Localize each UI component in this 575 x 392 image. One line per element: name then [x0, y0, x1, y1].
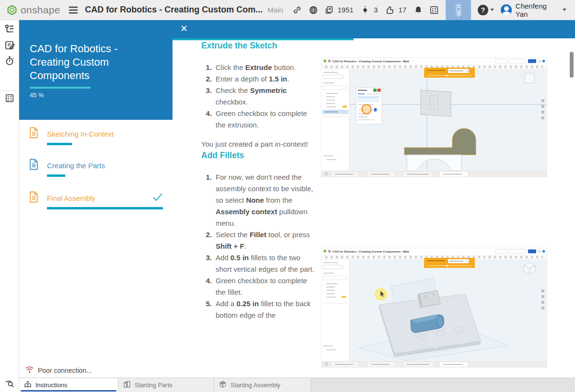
tab-starting-assembly[interactable]: Starting Assembly: [214, 378, 311, 392]
tutorial-progress-label: 45 %: [30, 92, 44, 99]
preview-search-icon[interactable]: [4, 378, 15, 390]
svg-text:CAD for Robotics - Creating Cu: CAD for Robotics - Creating Custom Compo…: [333, 250, 409, 253]
completed-check-icon: [152, 193, 163, 203]
instructions-content: Extrude the Sketch Click the Extrude but…: [172, 40, 575, 378]
tutorial-title: CAD for Robotics - Creating Custom Compo…: [30, 42, 154, 82]
nav-item-progress: [47, 174, 65, 177]
section-heading-extrude: Extrude the Sketch: [201, 40, 318, 51]
lesson-doc-icon: [29, 158, 39, 173]
user-avatar[interactable]: [501, 4, 512, 16]
copies-count: 1951: [337, 6, 353, 14]
nav-item-final-assembly[interactable]: Final Assembly: [19, 191, 172, 209]
versions-count: 3: [374, 6, 378, 14]
tutorial-step: For now, we don't need the assembly cont…: [201, 172, 318, 229]
user-name: Chenfeng Yan: [516, 2, 559, 18]
instructions-tab-icon: [24, 380, 32, 390]
onshape-logo-icon: [7, 5, 17, 15]
assembly-tab-icon: [219, 380, 227, 390]
shot-context-banner: [424, 258, 475, 268]
nav-item-label: Creating the Parts: [47, 161, 105, 170]
tutorial-step: Select the Fillet tool, or press Shift +…: [201, 229, 318, 252]
document-title: CAD for Robotics - Creating Custom Com..…: [85, 5, 263, 15]
nav-item-sketching-in-context[interactable]: Sketching In-Context: [19, 127, 172, 145]
shot-bottom-tabs: [322, 171, 547, 177]
fillet-steps-list: For now, we don't need the assembly cont…: [201, 172, 318, 321]
shot-context-banner: [424, 68, 475, 78]
like-icon[interactable]: [384, 5, 395, 15]
top-bar-right: Main 1951 3 17: [267, 0, 568, 20]
link-icon[interactable]: [292, 5, 302, 15]
help-icon[interactable]: ?: [478, 5, 488, 15]
document-tab-bar: Instructions Starting Parts Starting Ass…: [19, 378, 575, 392]
timer-icon[interactable]: [4, 55, 15, 67]
shot-transparent-part: [421, 90, 451, 116]
vertical-scrollbar-thumb[interactable]: [570, 52, 574, 78]
tutorial-screenshot-extrude: CAD for Robotics - Creating Custom Compo…: [321, 58, 547, 177]
nav-item-progress: [47, 207, 163, 209]
svg-text:CAD for Robotics - Creating Cu: CAD for Robotics - Creating Custom Compo…: [333, 60, 409, 63]
workspace-label[interactable]: Main: [267, 6, 283, 14]
part-studio-tab-icon: [123, 380, 131, 390]
user-menu-caret-icon[interactable]: [563, 9, 566, 11]
help-caret-icon[interactable]: [490, 9, 494, 11]
tab-label: Starting Parts: [135, 381, 172, 389]
connection-status-text: Poor connection...: [38, 367, 92, 374]
tutorial-step: Enter a depth of 1.5 in.: [201, 73, 318, 85]
poor-connection-icon: [25, 365, 34, 375]
onshape-logo-text: onshape: [21, 4, 60, 16]
notes-edit-icon[interactable]: [4, 39, 15, 51]
top-bar: onshape CAD for Robotics - Creating Cust…: [0, 0, 575, 20]
tutorial-step: Click the Extrude button.: [201, 62, 318, 73]
tutorial-step: Add a 0.25 in fillet to the back bottom …: [201, 298, 318, 321]
lesson-doc-icon: [29, 127, 39, 141]
copies-icon[interactable]: [324, 5, 334, 15]
extrude-steps-list: Click the Extrude button.Enter a depth o…: [201, 62, 318, 131]
tutorial-screenshot-fillet: CAD for Robotics - Creating Custom Compo…: [321, 248, 547, 368]
shot-cursor-highlight: [375, 288, 387, 300]
hamburger-menu-icon[interactable]: [68, 5, 79, 15]
tab-instructions[interactable]: Instructions: [19, 378, 118, 392]
content-header-bar: ✕: [172, 20, 575, 38]
notifications-bell-icon[interactable]: [413, 5, 423, 15]
nav-item-label: Sketching In-Context: [47, 130, 114, 138]
lesson-doc-icon: [29, 191, 39, 205]
share-button[interactable]: 共享: [446, 0, 471, 20]
checklist-icon[interactable]: [429, 5, 439, 15]
tutorial-step: Check the Symmetric checkbox.: [201, 85, 318, 108]
tasks-checklist-icon[interactable]: [4, 92, 15, 104]
shot-feature-tree: [322, 260, 349, 361]
tab-label: Instructions: [35, 381, 67, 389]
shot-extrude-dialog: [356, 88, 382, 124]
close-icon[interactable]: ✕: [180, 23, 188, 34]
app-window: onshape CAD for Robotics - Creating Cust…: [0, 0, 575, 392]
instructions-text-column: Extrude the Sketch Click the Extrude but…: [201, 40, 318, 321]
tutorial-step: Green checkbox to complete the extrusion…: [201, 108, 318, 131]
tab-starting-parts[interactable]: Starting Parts: [118, 378, 214, 392]
tutorial-panel: CAD for Robotics - Creating Custom Compo…: [19, 20, 172, 120]
nav-item-label: Final Assembly: [47, 194, 95, 202]
shot-bottom-tabs: [322, 361, 547, 367]
likes-count: 17: [398, 6, 406, 14]
left-icon-strip: [0, 20, 19, 392]
outline-tree-icon[interactable]: [4, 23, 15, 35]
strip-divider: [0, 90, 19, 91]
tutorial-progress-bar: [30, 87, 91, 89]
connection-status: Poor connection...: [25, 365, 92, 375]
globe-icon[interactable]: [308, 5, 318, 15]
nav-item-progress: [47, 143, 72, 145]
versions-icon[interactable]: [360, 5, 370, 15]
tutorial-step: Add 0.5 in fillets to the two short vert…: [201, 252, 318, 275]
nav-item-creating-the-parts[interactable]: Creating the Parts: [19, 158, 172, 177]
tab-label: Starting Assembly: [230, 381, 280, 389]
section-after-text: You just created a part in-context!: [201, 138, 318, 150]
tutorial-step: Green checkbox to complete the fillet.: [201, 275, 318, 298]
shot-feature-tree: [322, 69, 349, 171]
section-heading-fillets: Add Fillets: [201, 150, 318, 161]
